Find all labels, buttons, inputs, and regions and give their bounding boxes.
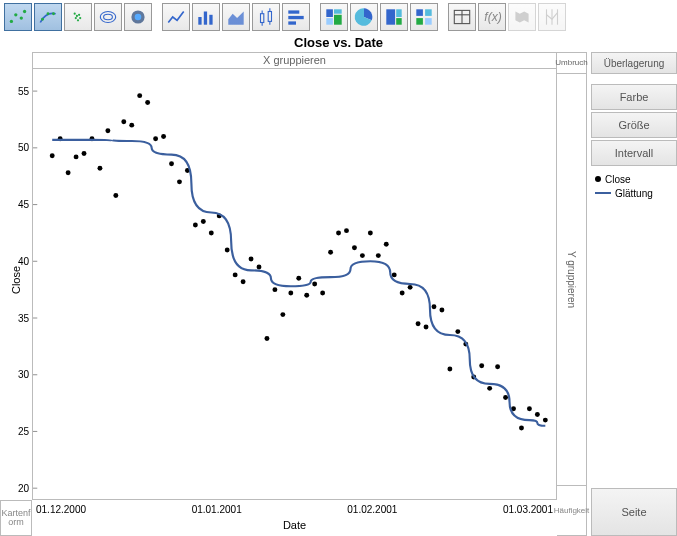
intervall-button[interactable]: Intervall xyxy=(591,140,677,166)
svg-rect-37 xyxy=(425,9,432,16)
svg-point-85 xyxy=(288,290,293,295)
svg-point-109 xyxy=(479,363,484,368)
svg-point-7 xyxy=(74,13,76,15)
function-icon[interactable]: f(x) xyxy=(478,3,506,31)
hfg-zone[interactable]: Häufigkeit xyxy=(557,486,587,536)
svg-rect-36 xyxy=(416,9,423,16)
y-axis-label: Close xyxy=(10,266,22,294)
svg-point-79 xyxy=(241,279,246,284)
map-icon xyxy=(508,3,536,31)
svg-point-96 xyxy=(376,253,381,258)
svg-point-12 xyxy=(77,19,79,21)
svg-point-88 xyxy=(312,281,317,286)
density-icon[interactable] xyxy=(64,3,92,31)
mosaic-icon[interactable] xyxy=(320,3,348,31)
svg-point-90 xyxy=(328,249,333,254)
svg-point-94 xyxy=(360,253,365,258)
svg-point-80 xyxy=(249,256,254,261)
plot-area[interactable]: 2025303540455055 xyxy=(32,69,557,500)
x-ticks: 01.12.200001.01.200101.02.200101.03.2001 xyxy=(32,500,557,515)
pie-chart-icon[interactable] xyxy=(350,3,378,31)
umbruch-zone[interactable]: Umbruch xyxy=(557,52,587,74)
kartenform-zone[interactable]: Kartenform xyxy=(0,500,32,536)
overlay-button[interactable]: Überlagerung xyxy=(591,52,677,74)
svg-point-99 xyxy=(400,290,405,295)
svg-point-105 xyxy=(447,366,452,371)
table-icon[interactable] xyxy=(448,3,476,31)
left-col: Close Kartenform xyxy=(0,52,32,536)
line-chart-icon[interactable] xyxy=(162,3,190,31)
svg-point-78 xyxy=(233,272,238,277)
svg-rect-17 xyxy=(198,17,201,25)
svg-point-55 xyxy=(50,153,55,158)
svg-rect-18 xyxy=(204,12,207,25)
svg-point-83 xyxy=(272,287,277,292)
seite-button[interactable]: Seite xyxy=(591,488,677,536)
x-axis-zone: 01.12.200001.01.200101.02.200101.03.2001… xyxy=(32,500,557,536)
svg-rect-23 xyxy=(268,12,271,22)
treemap-icon[interactable] xyxy=(380,3,408,31)
svg-point-69 xyxy=(161,134,166,139)
svg-rect-32 xyxy=(326,18,333,25)
x-axis-label: Date xyxy=(32,519,557,531)
svg-point-103 xyxy=(432,304,437,309)
bar-chart-icon[interactable] xyxy=(192,3,220,31)
contour-icon[interactable] xyxy=(94,3,122,31)
svg-point-61 xyxy=(97,165,102,170)
svg-point-114 xyxy=(519,425,524,430)
scatter-line-icon[interactable] xyxy=(34,3,62,31)
hbar-chart-icon[interactable] xyxy=(282,3,310,31)
svg-point-11 xyxy=(79,17,81,19)
svg-point-84 xyxy=(280,312,285,317)
svg-rect-34 xyxy=(396,9,402,17)
svg-rect-33 xyxy=(386,9,395,24)
heatmap-icon[interactable] xyxy=(124,3,152,31)
svg-point-4 xyxy=(41,18,44,21)
plot-svg xyxy=(33,69,556,499)
svg-point-62 xyxy=(105,128,110,133)
svg-rect-27 xyxy=(288,16,303,19)
area-chart-icon[interactable] xyxy=(222,3,250,31)
svg-point-82 xyxy=(265,336,270,341)
svg-point-98 xyxy=(392,272,397,277)
boxplot-icon[interactable] xyxy=(252,3,280,31)
svg-point-97 xyxy=(384,241,389,246)
svg-rect-35 xyxy=(396,18,402,25)
svg-point-93 xyxy=(352,245,357,250)
svg-rect-31 xyxy=(334,15,342,25)
y-axis-label-zone: Close xyxy=(0,74,32,486)
umb-col: Umbruch Y gruppieren Häufigkeit xyxy=(557,52,587,536)
toolbar: f(x) xyxy=(0,0,677,34)
svg-point-101 xyxy=(416,321,421,326)
svg-point-104 xyxy=(439,307,444,312)
svg-rect-26 xyxy=(288,10,299,13)
svg-point-10 xyxy=(75,17,77,19)
svg-point-57 xyxy=(66,170,71,175)
layout: Close Kartenform X gruppieren 2025303540… xyxy=(0,52,677,536)
dot-icon xyxy=(595,176,601,182)
svg-point-66 xyxy=(137,93,142,98)
scatter-icon[interactable] xyxy=(4,3,32,31)
svg-point-2 xyxy=(20,16,23,19)
grid-icon[interactable] xyxy=(410,3,438,31)
svg-point-74 xyxy=(201,219,206,224)
farbe-button[interactable]: Farbe xyxy=(591,84,677,110)
svg-point-63 xyxy=(113,193,118,198)
svg-point-3 xyxy=(23,10,26,13)
legend-points: Close xyxy=(595,172,677,186)
svg-point-71 xyxy=(177,179,182,184)
svg-point-86 xyxy=(296,275,301,280)
right-col: Überlagerung Farbe Größe Intervall Close… xyxy=(587,52,677,536)
groesse-button[interactable]: Größe xyxy=(591,112,677,138)
x-group-zone[interactable]: X gruppieren xyxy=(32,52,557,69)
svg-point-92 xyxy=(344,228,349,233)
y-group-zone[interactable]: Y gruppieren xyxy=(557,74,587,486)
svg-point-64 xyxy=(121,119,126,124)
svg-point-75 xyxy=(209,230,214,235)
svg-rect-39 xyxy=(425,18,432,25)
line-icon xyxy=(595,192,611,194)
svg-point-8 xyxy=(76,15,78,17)
chart-title: Close vs. Date xyxy=(0,34,677,52)
svg-point-65 xyxy=(129,122,134,127)
svg-point-58 xyxy=(74,154,79,159)
